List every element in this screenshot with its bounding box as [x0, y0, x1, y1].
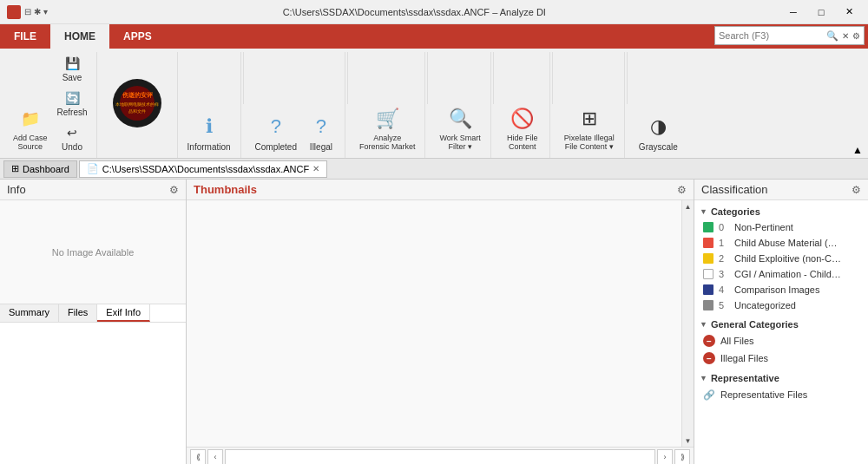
category-num-5: 5	[719, 300, 729, 310]
grayscale-icon: ◑	[644, 113, 672, 141]
tab-apps[interactable]: APPS	[109, 24, 166, 49]
category-item-3[interactable]: 3 CGI / Animation - Child…	[694, 266, 868, 282]
nav-page-input[interactable]	[225, 449, 655, 464]
grayscale-label: Grayscale	[639, 142, 678, 152]
ribbon-group-case: 📁 Add CaseSource 💾 Save 🔄 Refresh ↩ Undo	[3, 52, 97, 158]
thumbnails-gear-icon[interactable]: ⚙	[677, 184, 687, 196]
ribbon-group-info-inner: ℹ Information	[183, 52, 235, 154]
divider-4	[493, 52, 494, 104]
color-dot-2	[703, 253, 713, 264]
ribbon-group-status-inner: ? Completed ? Illegal	[251, 52, 339, 154]
tab-exif-info[interactable]: Exif Info	[97, 304, 150, 322]
thumbnails-header: Thumbnails ⚙	[187, 180, 694, 200]
illegal-button[interactable]: ? Illegal	[303, 110, 339, 154]
search-options-icon[interactable]: ⚙	[852, 31, 860, 41]
nav-last-button[interactable]: ⟫	[674, 449, 690, 464]
breadcrumb-close-icon[interactable]: ✕	[312, 164, 319, 173]
color-dot-4	[703, 284, 713, 295]
pixelate-label: Pixelate IllegalFile Content ▾	[564, 134, 615, 152]
category-item-2[interactable]: 2 Child Exploitive (non-C…	[694, 251, 868, 266]
hide-file-content-button[interactable]: 🚫 Hide FileContent	[501, 102, 544, 154]
rep-files-item[interactable]: 🔗 Representative Files	[694, 386, 868, 403]
ribbon-group-grayscale-inner: ◑ Grayscale	[635, 52, 682, 154]
svg-text:品和文件: 品和文件	[128, 108, 146, 114]
category-num-2: 2	[719, 253, 729, 264]
info-gear-icon[interactable]: ⚙	[169, 184, 179, 196]
divider-5	[552, 52, 553, 104]
right-panel: Classification ⚙ Categories 0 Non-Pertin…	[694, 180, 868, 464]
representative-section-header[interactable]: Representative	[694, 370, 868, 386]
forensic-market-label: AnalyzeForensic Market	[359, 134, 416, 152]
category-item-1[interactable]: 1 Child Abuse Material (…	[694, 235, 868, 251]
breadcrumb-dashboard[interactable]: ⊞ Dashboard	[3, 160, 77, 178]
undo-label: Undo	[62, 142, 82, 152]
scroll-up-arrow[interactable]: ▲	[682, 200, 694, 212]
tab-files[interactable]: Files	[59, 304, 97, 322]
information-button[interactable]: ℹ Information	[183, 110, 235, 154]
info-panel-title: Info	[7, 183, 26, 196]
refresh-button[interactable]: 🔄 Refresh	[54, 87, 91, 120]
ribbon-group-forensic: 🛒 AnalyzeForensic Market	[350, 52, 426, 158]
center-panel: Thumbnails ⚙ ▲ ▼ ⟪ ‹ › ⟫ Thumbnails Grid…	[187, 180, 694, 464]
ribbon-collapse[interactable]: ▲	[851, 142, 865, 158]
category-label-1: Child Abuse Material (…	[734, 238, 838, 248]
nav-first-button[interactable]: ⟪	[190, 449, 206, 464]
breadcrumb-bar: ⊞ Dashboard 📄 C:\Users\SSDAX\Documents\s…	[0, 159, 868, 180]
dashboard-icon: ⊞	[11, 163, 19, 174]
save-button[interactable]: 💾 Save	[54, 52, 91, 85]
nav-next-button[interactable]: ›	[657, 449, 673, 464]
general-categories-chevron	[700, 320, 707, 329]
tab-home[interactable]: HOME	[50, 24, 109, 49]
work-smart-filter-button[interactable]: 🔍 Work SmartFilter ▾	[435, 102, 484, 154]
categories-chevron	[700, 207, 707, 216]
classification-gear-icon[interactable]: ⚙	[852, 184, 861, 196]
search-box: 🔍 ✕ ⚙	[714, 26, 865, 45]
pixelate-button[interactable]: ⊞ Pixelate IllegalFile Content ▾	[560, 102, 619, 154]
gen-cat-all-files[interactable]: − All Files	[694, 332, 868, 350]
logo-area: 伤逝的安评 本地联网电脑技术的样 品和文件	[102, 77, 172, 129]
grayscale-button[interactable]: ◑ Grayscale	[635, 110, 682, 154]
forensic-market-button[interactable]: 🛒 AnalyzeForensic Market	[355, 102, 420, 154]
category-label-5: Uncategorized	[734, 300, 796, 310]
search-clear-icon[interactable]: ✕	[842, 31, 849, 41]
undo-button[interactable]: ↩ Undo	[54, 121, 91, 154]
window-controls: ─ □ ✕	[781, 3, 861, 22]
search-area: 🔍 ✕ ⚙	[711, 23, 868, 49]
save-label: Save	[62, 73, 82, 82]
ribbon-group-forensic-inner: 🛒 AnalyzeForensic Market	[355, 52, 420, 154]
divider-6	[627, 52, 628, 104]
nav-prev-button[interactable]: ‹	[207, 449, 223, 464]
breadcrumb-file[interactable]: 📄 C:\Users\SSDAX\Documents\ssdax\ssdax.A…	[79, 160, 327, 178]
all-files-minus-icon: −	[703, 335, 715, 347]
ribbon-group-pixelate-inner: ⊞ Pixelate IllegalFile Content ▾	[560, 52, 619, 154]
category-item-0[interactable]: 0 Non-Pertinent	[694, 219, 868, 235]
category-item-5[interactable]: 5 Uncategorized	[694, 297, 868, 313]
pixelate-icon: ⊞	[575, 105, 603, 133]
illegal-files-minus-icon: −	[703, 352, 715, 364]
color-dot-5	[703, 300, 713, 310]
add-case-source-button[interactable]: 📁 Add CaseSource	[9, 102, 52, 154]
title-bar: ⊟ ✱ ▾ C:\Users\SSDAX\Documents\ssdax\ssd…	[0, 0, 868, 24]
ribbon-group-status: ? Completed ? Illegal	[246, 52, 345, 158]
gen-cat-illegal-files[interactable]: − Illegal Files	[694, 350, 868, 367]
undo-icon: ↩	[63, 124, 81, 141]
representative-label: Representative	[711, 373, 779, 383]
categories-section-header[interactable]: Categories	[694, 204, 868, 219]
completed-button[interactable]: ? Completed	[251, 110, 301, 154]
general-categories-section-header[interactable]: General Categories	[694, 317, 868, 332]
close-button[interactable]: ✕	[837, 3, 861, 22]
scroll-down-arrow[interactable]: ▼	[682, 435, 694, 447]
illegal-label: Illegal	[310, 142, 332, 152]
maximize-button[interactable]: □	[809, 3, 833, 22]
rep-files-icon: 🔗	[703, 389, 715, 401]
tab-file[interactable]: FILE	[0, 24, 50, 49]
ribbon-group-pixelate: ⊞ Pixelate IllegalFile Content ▾	[555, 52, 625, 158]
category-label-0: Non-Pertinent	[734, 222, 793, 232]
category-item-4[interactable]: 4 Comparison Images	[694, 282, 868, 297]
tab-summary[interactable]: Summary	[0, 304, 59, 322]
general-categories-label: General Categories	[711, 319, 799, 330]
logo-inner: 伤逝的安评 本地联网电脑技术的样 品和文件	[102, 52, 172, 154]
search-input[interactable]	[719, 30, 823, 41]
category-label-3: CGI / Animation - Child…	[734, 269, 841, 279]
minimize-button[interactable]: ─	[781, 3, 806, 22]
